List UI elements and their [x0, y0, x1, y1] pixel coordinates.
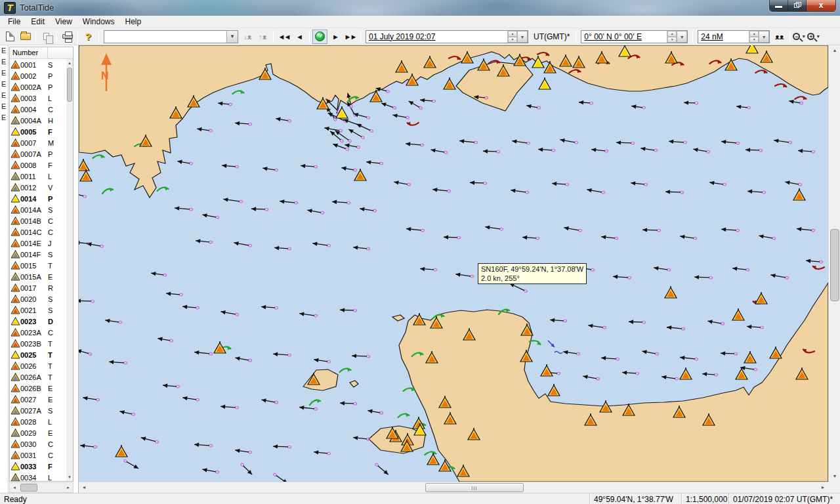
list-row[interactable]: 0003L — [10, 93, 66, 104]
map-vscroll-thumb[interactable] — [830, 229, 839, 301]
list-row[interactable]: 0023BT — [10, 338, 66, 349]
zoom-in-button[interactable]: +▼ — [807, 33, 822, 40]
copy-button[interactable] — [39, 30, 54, 44]
list-row[interactable]: 0025T — [10, 349, 66, 360]
window-title: TotalTide — [20, 3, 54, 12]
map-viewport[interactable]: N SN160F, 49°59.24'N, 1°37.08'W 2.0 kn, … — [79, 45, 828, 482]
map-scroll-down-icon[interactable]: ▼ — [829, 471, 840, 482]
list-row[interactable]: 0007M — [10, 137, 66, 148]
list-hscroll-thumb[interactable] — [20, 484, 37, 492]
station-combo[interactable]: ▼ — [104, 30, 238, 43]
list-row[interactable]: 0015AE — [10, 271, 66, 282]
position-spinner[interactable]: ▲▼ — [667, 31, 677, 43]
list-row[interactable]: 0004AH — [10, 115, 66, 126]
find-prev-button[interactable]: ↑ᴥ — [255, 30, 270, 44]
list-row[interactable]: 0014AS — [10, 204, 66, 215]
column-header-name[interactable] — [48, 47, 73, 58]
zoom-in-caret-icon[interactable]: ▼ — [816, 34, 820, 39]
list-row[interactable]: 0014EJ — [10, 238, 66, 249]
help-button[interactable]: ? — [81, 30, 96, 44]
scroll-left-icon[interactable]: ◄ — [10, 483, 19, 492]
list-vertical-scrollbar[interactable]: ▲ ▼ — [66, 59, 73, 481]
column-header-number[interactable]: Number — [10, 47, 48, 58]
search-position-button[interactable]: ᴥᴥ — [772, 30, 787, 44]
list-row[interactable]: 0007AP — [10, 148, 66, 159]
restore-button[interactable] — [788, 0, 807, 12]
edge-letter: E — [0, 68, 8, 79]
scroll-down-icon[interactable]: ▼ — [66, 473, 73, 481]
step-forward-button[interactable]: ► — [327, 30, 343, 44]
list-row[interactable]: 0029E — [10, 427, 66, 438]
map-horizontal-scrollbar[interactable]: ◄ ► — [79, 482, 828, 493]
menu-view[interactable]: View — [50, 16, 77, 28]
date-dropdown-icon[interactable]: ▼ — [517, 31, 528, 43]
list-row[interactable]: 0002P — [10, 70, 66, 81]
zoom-out-caret-icon[interactable]: ▼ — [801, 34, 806, 39]
menu-edit[interactable]: Edit — [26, 16, 50, 28]
list-horizontal-scrollbar[interactable]: ◄ ► — [9, 482, 74, 493]
map-scroll-right-icon[interactable]: ► — [818, 482, 828, 493]
minimize-button[interactable] — [770, 0, 788, 12]
combo-dropdown-icon[interactable]: ▼ — [226, 31, 238, 43]
step-back-fast-button[interactable]: ◄◄ — [276, 30, 291, 44]
range-spinner[interactable]: ▲▼ — [749, 31, 759, 43]
list-row[interactable]: 0014FS — [10, 249, 66, 260]
tidal-chart-svg[interactable]: N — [79, 45, 828, 482]
map-hscroll-thumb[interactable] — [425, 483, 524, 492]
list-row[interactable]: 0001S — [10, 59, 66, 70]
list-row[interactable]: 0027AS — [10, 405, 66, 416]
find-next-button[interactable]: ↓ᴥ — [240, 30, 255, 44]
print-button[interactable] — [60, 30, 75, 44]
list-row[interactable]: 0014CC — [10, 226, 66, 238]
list-row[interactable]: 0002AP — [10, 81, 66, 93]
map-scroll-up-icon[interactable]: ▲ — [829, 45, 840, 56]
close-button[interactable]: x — [807, 0, 835, 12]
list-row[interactable]: 0023D — [10, 316, 66, 327]
list-row[interactable]: 0008F — [10, 159, 66, 171]
list-row[interactable]: 0026T — [10, 360, 66, 371]
list-scroll-thumb[interactable] — [67, 68, 72, 102]
station-number: 0025 — [20, 351, 48, 359]
date-field[interactable]: 01 July 2019 02:07 ▲▼ ▼ — [366, 30, 528, 43]
list-row[interactable]: 0033F — [10, 461, 66, 472]
open-button[interactable] — [18, 30, 33, 44]
list-row[interactable]: 0026AT — [10, 371, 66, 383]
list-row[interactable]: 0026BE — [10, 383, 66, 394]
map-vertical-scrollbar[interactable]: ▲ ▼ — [828, 45, 840, 482]
list-row[interactable]: 0031C — [10, 450, 66, 461]
station-name-letter: C — [48, 452, 57, 459]
position-field[interactable]: 0° 00' N 0° 00' E ▲▼ ▼ — [581, 30, 688, 43]
new-button[interactable] — [3, 30, 18, 44]
range-field[interactable]: 24 nM ▲▼ ▼ — [698, 30, 770, 43]
position-dropdown-icon[interactable]: ▼ — [677, 31, 687, 43]
list-row[interactable]: 0034L — [10, 472, 66, 481]
zoom-out-button[interactable]: −▼ — [793, 33, 807, 40]
list-row[interactable]: 0005F — [10, 126, 66, 137]
list-row[interactable]: 0004C — [10, 104, 66, 115]
list-row[interactable]: 0028L — [10, 416, 66, 427]
scroll-right-icon[interactable]: ► — [64, 483, 73, 492]
warning-triangle-icon — [10, 406, 20, 415]
date-spinner[interactable]: ▲▼ — [507, 31, 517, 43]
step-back-button[interactable]: ◄ — [291, 30, 306, 44]
list-row[interactable]: 0014P — [10, 193, 66, 204]
list-row[interactable]: 0020S — [10, 293, 66, 304]
list-row[interactable]: 0014BC — [10, 215, 66, 226]
list-row[interactable]: 0017R — [10, 282, 66, 293]
list-row[interactable]: 0021S — [10, 304, 66, 316]
range-dropdown-icon[interactable]: ▼ — [759, 31, 769, 43]
menu-file[interactable]: File — [3, 16, 26, 28]
menu-windows[interactable]: Windows — [77, 16, 120, 28]
menu-help[interactable]: Help — [120, 16, 147, 28]
list-row[interactable]: 0011L — [10, 171, 66, 182]
station-number: 0031 — [20, 452, 48, 459]
list-row[interactable]: 0015T — [10, 260, 66, 271]
scroll-up-icon[interactable]: ▲ — [66, 59, 73, 67]
list-row[interactable]: 0012V — [10, 182, 66, 193]
list-row[interactable]: 0030C — [10, 438, 66, 450]
now-button[interactable] — [312, 30, 327, 44]
step-forward-fast-button[interactable]: ►► — [343, 30, 358, 44]
list-row[interactable]: 0027E — [10, 394, 66, 405]
map-scroll-left-icon[interactable]: ◄ — [79, 482, 89, 493]
list-row[interactable]: 0023AC — [10, 327, 66, 338]
